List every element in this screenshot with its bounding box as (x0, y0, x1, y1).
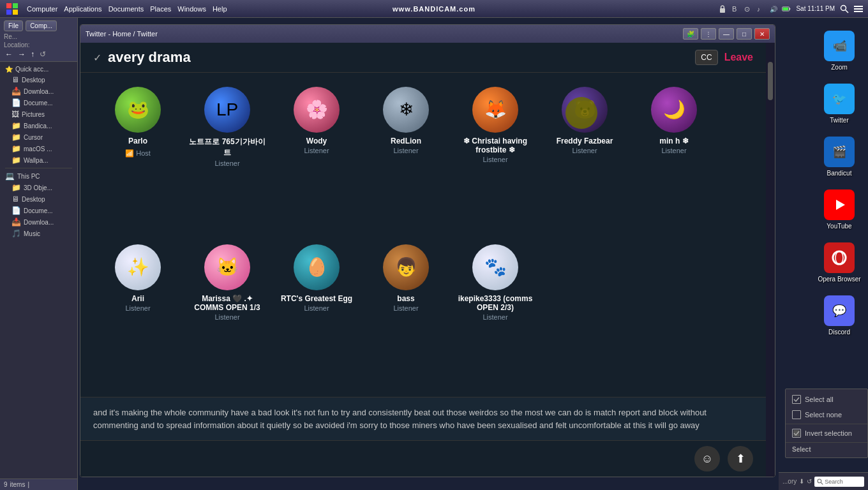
fe-nav-up[interactable]: ↑ (29, 50, 36, 59)
fe-wallpaper-icon: 📁 (11, 156, 21, 165)
extensions-btn[interactable]: 🧩 (683, 28, 698, 40)
search-placeholder: Search (825, 479, 843, 485)
speaker-card-minh[interactable]: 🌙min h ❄Listener (629, 79, 719, 237)
more-btn[interactable]: ⋮ (701, 28, 716, 40)
fe-documents2-icon: 📄 (11, 206, 21, 215)
fe-toolbar-row1: File Comp... (4, 20, 73, 31)
speaker-emoji-bass: 👦 (395, 258, 417, 276)
svg-line-14 (846, 10, 849, 13)
select-all-item[interactable]: Select all (786, 392, 867, 407)
desktop-icon-opera[interactable]: Opera Browser (817, 242, 862, 283)
fe-item-quick-access[interactable]: ⭐ Quick acc... (0, 64, 77, 74)
invert-selection-item[interactable]: Invert selection (786, 426, 867, 441)
scrollbar-thumb[interactable] (768, 62, 773, 100)
bandicam-watermark: www.BANDICAM.com (393, 5, 475, 13)
menu-places[interactable]: Places (150, 5, 171, 13)
datetime: Sat 11:11 PM (796, 5, 835, 12)
fe-item-cursor[interactable]: 📁 Cursor (0, 131, 77, 143)
speaker-card-parlo[interactable]: 🐸Parlo📶 Host (93, 79, 183, 237)
leave-button[interactable]: Leave (724, 52, 753, 63)
zoom-label: Zoom (831, 64, 848, 71)
fe-comp-btn[interactable]: Comp... (26, 20, 57, 31)
desktop-icon-zoom[interactable]: 📹 Zoom (817, 31, 862, 71)
taskbar-menu: Computer Applications Documents Places W… (27, 5, 227, 13)
share-button[interactable]: ⬆ (728, 446, 753, 471)
fe-re-label: Re... (4, 33, 17, 40)
fe-nav-back[interactable]: ← (4, 50, 14, 59)
speaker-role-parlo: 📶 Host (125, 147, 151, 158)
speaker-role-rtc: Listener (304, 304, 329, 312)
fe-nav-forward[interactable]: → (17, 50, 27, 59)
fe-item-downloads2[interactable]: 📥 Downloa... (0, 216, 77, 228)
close-btn[interactable]: ✕ (754, 28, 770, 40)
speaker-avatar-notepro: LP (204, 87, 250, 133)
svg-rect-1 (13, 3, 18, 8)
fe-nav-buttons: ← → ↑ ↺ (4, 50, 73, 59)
desktop-icon-discord[interactable]: 💬 Discord (817, 295, 862, 336)
minimize-btn[interactable]: — (719, 28, 734, 40)
invert-selection-label: Invert selection (805, 429, 852, 437)
fe-item-pictures[interactable]: 🖼 Pictures (0, 108, 77, 120)
maximize-btn[interactable]: □ (737, 28, 752, 40)
fe-bandicam-label: Bandica... (24, 122, 52, 130)
emoji-button[interactable]: ☺ (694, 446, 720, 471)
cursor-overlay (565, 97, 597, 129)
window-content: ✓ avery drama CC Leave 🐸Parlo📶 HostLP노트프… (80, 43, 775, 477)
menu-help[interactable]: Help (213, 5, 227, 13)
search-icon[interactable] (840, 4, 849, 13)
svg-text:💬: 💬 (832, 304, 847, 318)
speaker-card-christai[interactable]: 🦊❄ Christai having frostbite ❄Listener (451, 79, 540, 237)
fe-item-music[interactable]: 🎵 Music (0, 228, 77, 239)
speaker-name-rtc: RTC's Greatest Egg (281, 294, 352, 303)
fe-item-desktop2[interactable]: 🖥 Desktop (0, 193, 77, 205)
search-bar[interactable]: Search (814, 477, 864, 487)
fe-item-bandicam[interactable]: 📁 Bandica... (0, 120, 77, 131)
fe-nav-refresh[interactable]: ↺ (38, 50, 47, 59)
fe-3dobjects-icon: 📁 (11, 183, 21, 192)
fe-3dobjects-label: 3D Obje... (24, 184, 52, 191)
fe-item-this-pc[interactable]: 💻 This PC (0, 170, 77, 182)
desktop-icon-twitter[interactable]: 🐦 Twitter (817, 84, 862, 124)
window-scrollbar[interactable] (766, 43, 775, 477)
select-none-item[interactable]: Select none (786, 407, 867, 422)
speaker-name-notepro: 노트프로 765기가바이트 (188, 137, 267, 158)
fe-file-btn[interactable]: File (4, 20, 23, 31)
fe-item-documents2[interactable]: 📄 Docume... (0, 205, 77, 216)
speaker-card-bass[interactable]: 👦bassListener (361, 237, 451, 390)
menu-icon[interactable] (854, 4, 863, 13)
desktop-icons: 📹 Zoom 🐦 Twitter 🎬 Bandicut YouTube (817, 31, 862, 336)
speaker-card-arii[interactable]: ✨AriiListener (93, 237, 183, 390)
menu-windows[interactable]: Windows (177, 5, 206, 13)
speaker-card-redlion[interactable]: ❄RedLionListener (361, 79, 451, 237)
start-button[interactable] (5, 2, 19, 16)
menu-applications[interactable]: Applications (64, 5, 101, 13)
speaker-name-wody: Wody (306, 137, 327, 145)
fe-macos-label: macOS ... (24, 145, 52, 152)
menu-computer[interactable]: Computer (27, 5, 57, 13)
speaker-name-marissa: Marissa 🖤 .✦ COMMS OPEN 1/3 (188, 294, 267, 312)
fe-item-3dobjects[interactable]: 📁 3D Obje... (0, 182, 77, 193)
speaker-card-wody[interactable]: 🌸WodyListener (272, 79, 361, 237)
speaker-role-redlion: Listener (393, 147, 418, 154)
main-window: Twitter - Home / Twitter 🧩 ⋮ — □ ✕ ✓ ave… (80, 24, 775, 477)
youtube-icon (824, 189, 855, 220)
speaker-card-rtc[interactable]: 🥚RTC's Greatest EggListener (272, 237, 361, 390)
speaker-card-marissa[interactable]: 🐱Marissa 🖤 .✦ COMMS OPEN 1/3Listener (183, 237, 272, 390)
speaker-card-ikepike[interactable]: 🐾ikepike3333 (comms OPEN 2/3)Listener (451, 237, 540, 390)
speaker-emoji-arii: ✨ (127, 258, 149, 276)
select-all-checkbox (792, 395, 801, 404)
fe-item-wallpaper[interactable]: 📁 Wallpa... (0, 154, 77, 166)
fe-item-downloads[interactable]: 📥 Downloa... (0, 85, 77, 97)
desktop-icon-youtube[interactable]: YouTube (817, 189, 862, 230)
back-button[interactable]: ✓ (93, 52, 101, 64)
fe-item-documents[interactable]: 📄 Docume... (0, 97, 77, 108)
cc-button[interactable]: CC (695, 50, 717, 65)
select-none-label: Select none (805, 411, 842, 419)
fe-item-macos[interactable]: 📁 macOS ... (0, 143, 77, 154)
speaker-card-notepro[interactable]: LP노트프로 765기가바이트Listener (183, 79, 272, 237)
menu-documents[interactable]: Documents (108, 5, 144, 13)
fe-item-desktop[interactable]: 🖥 Desktop (0, 74, 77, 85)
select-panel-divider (786, 424, 867, 424)
fe-downloads2-icon: 📥 (11, 218, 21, 226)
desktop-icon-bandicam[interactable]: 🎬 Bandicut (817, 137, 862, 177)
